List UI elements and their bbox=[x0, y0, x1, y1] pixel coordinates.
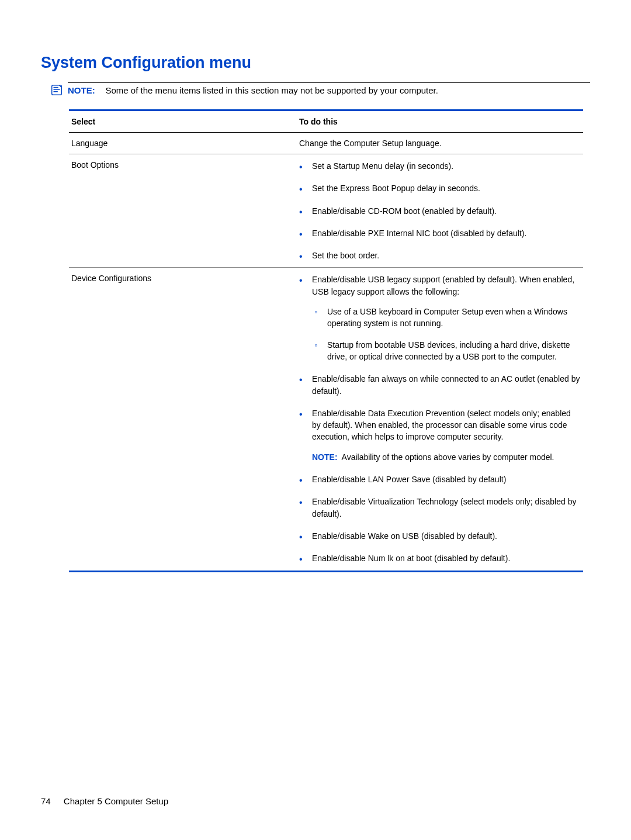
list-item: Enable/disable LAN Power Save (disabled … bbox=[299, 473, 581, 485]
table-row: Device ConfigurationsEnable/disable USB … bbox=[69, 268, 583, 571]
note-icon bbox=[50, 84, 63, 99]
list-item: Set a Startup Menu delay (in seconds). bbox=[299, 160, 581, 172]
table-row: Boot OptionsSet a Startup Menu delay (in… bbox=[69, 154, 583, 268]
sub-list: Use of a USB keyboard in Computer Setup … bbox=[312, 306, 581, 362]
sub-list-item: Startup from bootable USB devices, inclu… bbox=[312, 339, 581, 363]
select-cell: Boot Options bbox=[69, 154, 297, 268]
col-header-select: Select bbox=[69, 110, 297, 133]
list-item: Enable/disable Virtualization Technology… bbox=[299, 496, 581, 520]
note-label: NOTE: bbox=[68, 85, 95, 95]
list-item: Set the boot order. bbox=[299, 250, 581, 261]
note-text: Some of the menu items listed in this se… bbox=[105, 85, 438, 95]
top-note: NOTE: Some of the menu items listed in t… bbox=[50, 82, 590, 99]
col-header-todo: To do this bbox=[297, 110, 583, 133]
svg-rect-0 bbox=[52, 85, 62, 95]
todo-cell: Set a Startup Menu delay (in seconds).Se… bbox=[297, 154, 583, 268]
todo-cell: Change the Computer Setup language. bbox=[297, 133, 583, 154]
list-item: Enable/disable CD-ROM boot (enabled by d… bbox=[299, 205, 581, 217]
chapter-label: Chapter 5 Computer Setup bbox=[64, 796, 168, 806]
list-item: Enable/disable USB legacy support (enabl… bbox=[299, 274, 581, 362]
section-heading: System Configuration menu bbox=[41, 54, 590, 72]
page-footer: 74 Chapter 5 Computer Setup bbox=[41, 796, 168, 806]
select-cell: Language bbox=[69, 133, 297, 154]
table-row: LanguageChange the Computer Setup langua… bbox=[69, 133, 583, 154]
bullet-list: Set a Startup Menu delay (in seconds).Se… bbox=[299, 160, 581, 261]
list-item: Set the Express Boot Popup delay in seco… bbox=[299, 182, 581, 194]
select-cell: Device Configurations bbox=[69, 268, 297, 571]
inline-note-text: Availability of the options above varies… bbox=[338, 452, 554, 462]
inline-note: NOTE: Availability of the options above … bbox=[312, 451, 581, 463]
todo-cell: Enable/disable USB legacy support (enabl… bbox=[297, 268, 583, 571]
config-table: Select To do this LanguageChange the Com… bbox=[69, 109, 583, 572]
sub-list-item: Use of a USB keyboard in Computer Setup … bbox=[312, 306, 581, 330]
list-item: Enable/disable PXE Internal NIC boot (di… bbox=[299, 227, 581, 239]
list-item: Enable/disable Data Execution Prevention… bbox=[299, 407, 581, 463]
page-number: 74 bbox=[41, 796, 51, 806]
bullet-list: Enable/disable USB legacy support (enabl… bbox=[299, 274, 581, 564]
inline-note-label: NOTE: bbox=[312, 452, 338, 462]
list-item: Enable/disable Wake on USB (disabled by … bbox=[299, 530, 581, 542]
list-item: Enable/disable Num lk on at boot (disabl… bbox=[299, 552, 581, 564]
list-item: Enable/disable fan always on while conne… bbox=[299, 373, 581, 397]
